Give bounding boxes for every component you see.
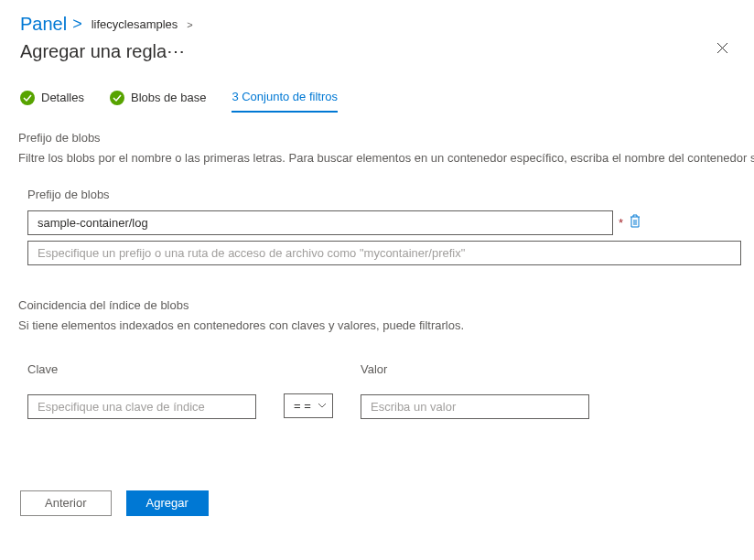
add-button[interactable]: Agregar — [126, 490, 209, 516]
prefix-input-0[interactable] — [27, 210, 613, 235]
operator-value: = = — [294, 399, 311, 413]
chevron-right-icon: > — [72, 15, 82, 34]
breadcrumb: Panel > lifecyclesamples > — [0, 0, 754, 38]
breadcrumb-item[interactable]: lifecyclesamples — [92, 17, 178, 31]
check-icon — [110, 91, 124, 105]
prefix-description: Filtre los blobs por el nombre o las pri… — [18, 150, 754, 167]
chevron-right-icon: > — [187, 19, 192, 30]
check-icon — [20, 91, 35, 105]
page-title: Agregar una regla⋯ — [20, 40, 185, 62]
key-label: Clave — [27, 362, 256, 376]
previous-button[interactable]: Anterior — [20, 490, 112, 516]
value-input[interactable] — [361, 394, 589, 419]
step-label: Blobs de base — [131, 91, 206, 104]
step-base-blobs[interactable]: Blobs de base — [110, 91, 206, 113]
key-input[interactable] — [27, 394, 256, 419]
chevron-down-icon — [318, 403, 327, 408]
trash-icon[interactable] — [629, 214, 641, 232]
step-label: Detalles — [41, 91, 84, 104]
operator-select[interactable]: = = — [284, 393, 333, 418]
step-label: 3 Conjunto de filtros — [232, 90, 338, 103]
index-description: Si tiene elementos indexados en contened… — [18, 318, 754, 335]
close-icon[interactable] — [711, 37, 734, 62]
prefix-heading: Prefijo de blobs — [18, 131, 754, 145]
prefix-input-1[interactable] — [27, 241, 741, 265]
breadcrumb-root[interactable]: Panel — [20, 14, 67, 35]
required-indicator: * — [619, 216, 623, 230]
index-heading: Coincidencia del índice de blobs — [18, 298, 754, 312]
value-label: Valor — [361, 362, 589, 376]
wizard-steps: Detalles Blobs de base 3 Conjunto de fil… — [0, 62, 754, 113]
prefix-field-label: Prefijo de blobs — [27, 188, 754, 201]
step-details[interactable]: Detalles — [20, 91, 84, 113]
step-filters[interactable]: 3 Conjunto de filtros — [232, 90, 338, 113]
